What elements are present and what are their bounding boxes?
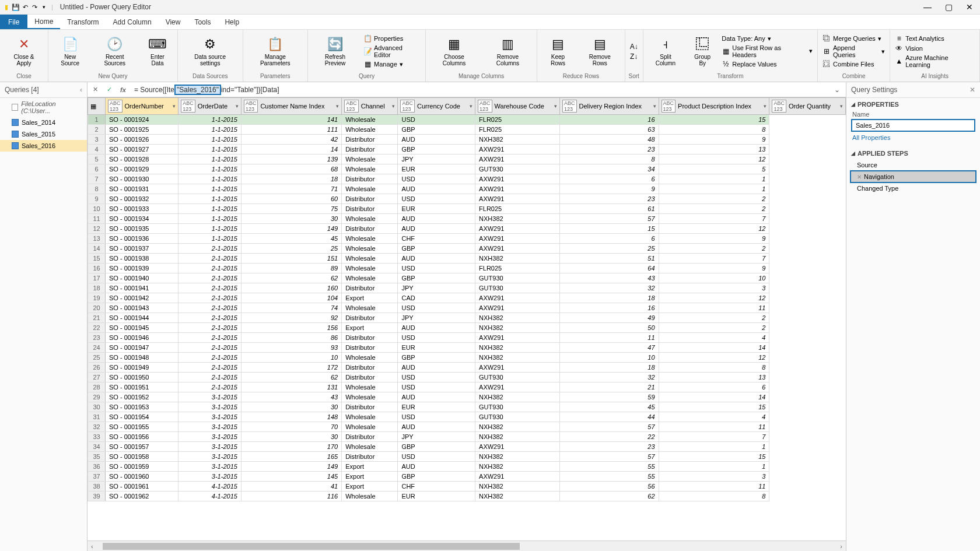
formula-input[interactable]: = Source{[Ite"Sales_2016"ind="Table"]}[D… (132, 85, 827, 95)
table-row[interactable]: 9SO - 00019321-1-201560DistributorUSDAXW… (88, 194, 846, 204)
table-row[interactable]: 35SO - 00019583-1-2015165DistributorUSDN… (88, 452, 846, 462)
advanced-editor-button[interactable]: 📝Advanced Editor (361, 44, 423, 59)
table-row[interactable]: 24SO - 00019472-1-201593DistributorEURNX… (88, 343, 846, 353)
accept-formula-icon[interactable]: ✓ (104, 85, 114, 95)
column-header[interactable]: ABC123Currency Code▾ (398, 98, 475, 115)
table-row[interactable]: 1SO - 00019241-1-2015141WholesaleUSDFLR0… (88, 115, 846, 125)
menu-tab-tools[interactable]: Tools (187, 15, 218, 29)
choose-columns-button[interactable]: ▦Choose Columns (428, 35, 480, 68)
keep-rows-button[interactable]: ▤Keep Rows (540, 35, 576, 68)
table-row[interactable]: 34SO - 00019573-1-2015170WholesaleGBPAXW… (88, 442, 846, 452)
column-header[interactable]: ABC123OrderDate▾ (178, 98, 242, 115)
table-row[interactable]: 20SO - 00019432-1-201574WholesaleUSDAXW2… (88, 303, 846, 313)
merge-queries-button[interactable]: ⿻Merge Queries ▾ (820, 34, 887, 43)
filter-icon[interactable]: ▾ (336, 103, 339, 109)
split-column-button[interactable]: ⫞Split Column (646, 35, 686, 68)
enter-data-button[interactable]: ⌨Enter Data (140, 35, 175, 68)
sort-desc-button[interactable]: Z↓ (628, 52, 640, 61)
table-row[interactable]: 33SO - 00019563-1-201530DistributorJPYNX… (88, 432, 846, 442)
data-table[interactable]: ▦ABC123OrderNumber▾ABC123OrderDate▾ABC12… (88, 97, 846, 541)
azure-ml-button[interactable]: ▲Azure Machine Learning (892, 54, 977, 69)
all-properties-link[interactable]: All Properties (846, 133, 980, 142)
maximize-button[interactable]: ▢ (940, 1, 957, 13)
delete-step-icon[interactable]: ✕ (857, 174, 862, 180)
menu-tab-transform[interactable]: Transform (60, 15, 106, 29)
filter-icon[interactable]: ▾ (554, 103, 557, 109)
sort-asc-button[interactable]: A↓ (628, 42, 640, 51)
query-item[interactable]: FileLocation (C:\User... (0, 98, 87, 117)
close-settings-icon[interactable]: ✕ (970, 86, 975, 94)
table-row[interactable]: 27SO - 00019502-1-201562DistributorUSDGU… (88, 373, 846, 382)
table-row[interactable]: 31SO - 00019543-1-2015148WholesaleUSDGUT… (88, 412, 846, 422)
filter-icon[interactable]: ▾ (764, 103, 766, 109)
column-header[interactable]: ABC123Product Description Index▾ (659, 98, 769, 115)
text-analytics-button[interactable]: ≡Text Analytics (892, 34, 977, 43)
manage-parameters-button[interactable]: 📋Manage Parameters (246, 35, 305, 68)
table-row[interactable]: 12SO - 00019351-1-2015149DistributorAUDA… (88, 224, 846, 234)
filter-icon[interactable]: ▾ (653, 103, 656, 109)
table-row[interactable]: 7SO - 00019301-1-201518DistributorUSDAXW… (88, 174, 846, 184)
close-apply-button[interactable]: ✕Close & Apply (2, 35, 46, 68)
table-row[interactable]: 17SO - 00019402-1-201562WholesaleGBPGUT9… (88, 273, 846, 283)
table-row[interactable]: 3SO - 00019261-1-201542DistributorAUDNXH… (88, 135, 846, 145)
table-row[interactable]: 19SO - 00019422-1-2015104ExportCADAXW291… (88, 293, 846, 303)
filter-icon[interactable]: ▾ (236, 103, 239, 109)
filter-icon[interactable]: ▾ (840, 103, 843, 109)
table-row[interactable]: 23SO - 00019462-1-201586DistributorUSDAX… (88, 333, 846, 343)
query-item[interactable]: Sales_2016 (0, 140, 87, 152)
table-row[interactable]: 14SO - 00019372-1-201525WholesaleGBPAXW2… (88, 244, 846, 254)
table-row[interactable]: 10SO - 00019331-1-201575DistributorEURFL… (88, 204, 846, 214)
query-item[interactable]: Sales_2014 (0, 117, 87, 128)
table-row[interactable]: 5SO - 00019281-1-2015139WholesaleJPYAXW2… (88, 155, 846, 164)
undo-icon[interactable]: ↶ (21, 3, 29, 11)
table-row[interactable]: 6SO - 00019291-1-201568WholesaleEURGUT93… (88, 164, 846, 174)
menu-tab-view[interactable]: View (159, 15, 188, 29)
table-row[interactable]: 18SO - 00019412-1-2015160DistributorJPYG… (88, 283, 846, 293)
table-row[interactable]: 39SO - 00019624-1-2015116WholesaleEURNXH… (88, 492, 846, 501)
manage-button[interactable]: ▦Manage ▾ (361, 59, 423, 69)
data-type-button[interactable]: Data Type: Any ▾ (719, 34, 815, 43)
table-row[interactable]: 16SO - 00019392-1-201589WholesaleUSDFLR0… (88, 264, 846, 273)
qat-more[interactable]: ▾ (40, 3, 48, 11)
horizontal-scrollbar[interactable]: ‹ › (88, 541, 846, 551)
replace-values-button[interactable]: ½Replace Values (719, 59, 815, 69)
combine-files-button[interactable]: ⿴Combine Files (820, 59, 887, 69)
remove-rows-button[interactable]: ▤Remove Rows (578, 35, 622, 68)
menu-tab-help[interactable]: Help (218, 15, 246, 29)
column-header[interactable]: ABC123Order Quantity▾ (769, 98, 846, 115)
cancel-formula-icon[interactable]: ✕ (90, 85, 100, 95)
column-header[interactable]: ABC123Warehouse Code▾ (475, 98, 560, 115)
group-by-button[interactable]: ⿺Group By (687, 35, 718, 68)
table-row[interactable]: 30SO - 00019533-1-201530DistributorEURGU… (88, 402, 846, 412)
column-header[interactable]: ABC123Channel▾ (342, 98, 398, 115)
applied-step[interactable]: ✕Navigation (850, 170, 977, 183)
table-row[interactable]: 38SO - 00019614-1-201541ExportCHFNXH3825… (88, 482, 846, 492)
column-header[interactable]: ABC123OrderNumber▾ (106, 98, 178, 115)
table-row[interactable]: 28SO - 00019512-1-2015131WholesaleUSDAXW… (88, 382, 846, 392)
menu-tab-add-column[interactable]: Add Column (106, 15, 159, 29)
table-row[interactable]: 25SO - 00019482-1-201510WholesaleGBPNXH3… (88, 353, 846, 363)
corner-cell[interactable]: ▦ (88, 98, 106, 115)
filter-icon[interactable]: ▾ (392, 103, 395, 109)
properties-section[interactable]: ◢PROPERTIES (846, 98, 980, 111)
collapse-queries-icon[interactable]: ‹ (80, 86, 82, 94)
table-row[interactable]: 15SO - 00019382-1-2015151WholesaleAUDNXH… (88, 254, 846, 264)
table-row[interactable]: 8SO - 00019311-1-201571WholesaleAUDAXW29… (88, 184, 846, 194)
expand-formula-icon[interactable]: ⌄ (831, 86, 844, 94)
fx-icon[interactable]: fx (118, 85, 128, 95)
table-row[interactable]: 21SO - 00019442-1-201592DistributorJPYNX… (88, 313, 846, 323)
table-row[interactable]: 36SO - 00019593-1-2015149ExportAUDNXH382… (88, 462, 846, 472)
query-item[interactable]: Sales_2015 (0, 128, 87, 140)
first-row-headers-button[interactable]: ▦Use First Row as Headers ▾ (719, 44, 815, 59)
table-row[interactable]: 22SO - 00019452-1-2015156ExportAUDNXH382… (88, 323, 846, 333)
table-row[interactable]: 29SO - 00019523-1-201543WholesaleAUDNXH3… (88, 392, 846, 402)
close-window-button[interactable]: ✕ (961, 1, 978, 13)
properties-button[interactable]: 📋Properties (361, 34, 423, 43)
table-row[interactable]: 32SO - 00019553-1-201570WholesaleAUDNXH3… (88, 422, 846, 432)
applied-steps-section[interactable]: ◢APPLIED STEPS (846, 147, 980, 160)
table-row[interactable]: 2SO - 00019251-1-2015111WholesaleGBPFLR0… (88, 125, 846, 135)
column-header[interactable]: ABC123Customer Name Index▾ (241, 98, 341, 115)
new-source-button[interactable]: 📄New Source (51, 35, 89, 68)
table-row[interactable]: 11SO - 00019341-1-201530WholesaleAUDNXH3… (88, 214, 846, 224)
filter-icon[interactable]: ▾ (470, 103, 473, 109)
